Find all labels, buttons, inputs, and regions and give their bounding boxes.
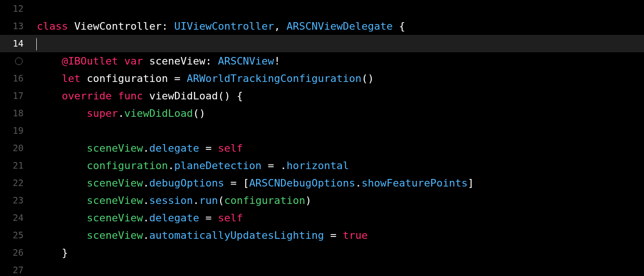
line-number-gutter[interactable]: 12	[0, 0, 30, 17]
code-line[interactable]: 14	[0, 35, 644, 52]
code-token: .	[168, 160, 174, 171]
code-content[interactable]: @IBOutlet var sceneView: ARSCNView!	[30, 52, 281, 70]
code-token: ,	[274, 20, 287, 32]
code-token: (	[218, 195, 224, 206]
code-token: )	[305, 195, 312, 206]
line-number-gutter[interactable]: 24	[0, 209, 30, 227]
code-token: }	[37, 247, 68, 259]
code-token: override	[62, 90, 118, 102]
code-line[interactable]: @IBOutlet var sceneView: ARSCNView!	[0, 52, 644, 70]
code-content[interactable]: let configuration = ARWorldTrackingConfi…	[30, 70, 374, 87]
code-token: delegate	[149, 142, 199, 154]
code-token: var	[124, 55, 149, 67]
code-token: ()	[193, 107, 206, 119]
code-token: sceneView	[87, 229, 143, 241]
code-token	[37, 90, 62, 102]
code-token: configuration	[87, 73, 168, 84]
code-token: .	[143, 212, 149, 224]
line-number-gutter[interactable]: 19	[0, 122, 30, 139]
code-content[interactable]: sceneView.debugOptions = [ARSCNDebugOpti…	[30, 174, 474, 192]
code-line[interactable]: 18 super.viewDidLoad()	[0, 105, 644, 122]
code-content[interactable]: }	[30, 244, 68, 261]
code-content[interactable]: sceneView.automaticallyUpdatesLighting =…	[30, 227, 368, 244]
code-token	[37, 73, 62, 84]
text-cursor-icon	[36, 38, 37, 50]
code-line[interactable]: 25 sceneView.automaticallyUpdatesLightin…	[0, 227, 644, 244]
code-content[interactable]: sceneView.delegate = self	[30, 139, 243, 157]
code-token: let	[62, 73, 87, 84]
breakpoint-circle-icon[interactable]	[15, 57, 23, 65]
code-token: .	[118, 107, 124, 119]
code-line[interactable]: 22 sceneView.debugOptions = [ARSCNDebugO…	[0, 174, 644, 192]
line-number: 13	[13, 17, 24, 35]
code-line[interactable]: 17 override func viewDidLoad() {	[0, 87, 644, 105]
code-editor[interactable]: 1213class ViewController: UIViewControll…	[0, 0, 644, 276]
code-content[interactable]: sceneView.session.run(configuration)	[30, 192, 312, 209]
code-token: .	[193, 195, 199, 206]
line-number: 18	[13, 105, 24, 122]
code-token: sceneView	[87, 142, 143, 154]
line-number: 16	[13, 70, 24, 87]
line-number-gutter[interactable]: 26	[0, 244, 30, 261]
code-line[interactable]: 20 sceneView.delegate = self	[0, 139, 644, 157]
code-token: ()	[362, 73, 374, 84]
code-token: self	[218, 142, 243, 154]
line-number-gutter[interactable]: 21	[0, 157, 30, 174]
code-token: :	[162, 20, 174, 32]
code-content[interactable]	[30, 35, 37, 52]
code-token: =	[199, 142, 218, 154]
code-token: !	[274, 55, 280, 67]
code-token: automaticallyUpdatesLighting	[149, 229, 324, 241]
code-line[interactable]: 12	[0, 0, 644, 17]
code-token: configuration	[87, 160, 168, 171]
code-line[interactable]: 26 }	[0, 244, 644, 261]
line-number-gutter[interactable]: 16	[0, 70, 30, 87]
code-token: @IBOutlet	[62, 55, 124, 67]
code-token: self	[218, 212, 243, 224]
line-number: 26	[13, 244, 24, 261]
code-content[interactable]: configuration.planeDetection = .horizont…	[30, 157, 349, 174]
line-number-gutter[interactable]: 22	[0, 174, 30, 192]
code-token: = .	[262, 160, 287, 171]
line-number-gutter[interactable]: 18	[0, 105, 30, 122]
code-token: planeDetection	[174, 160, 261, 171]
code-line[interactable]: 21 configuration.planeDetection = .horiz…	[0, 157, 644, 174]
code-line[interactable]: 24 sceneView.delegate = self	[0, 209, 644, 227]
code-token: .	[355, 177, 362, 189]
code-line[interactable]: 27	[0, 261, 644, 276]
code-content[interactable]: sceneView.delegate = self	[30, 209, 243, 227]
code-token: ]	[468, 177, 474, 189]
code-token: run	[199, 195, 218, 206]
line-number-gutter[interactable]: 27	[0, 261, 30, 276]
code-token: = [	[224, 177, 249, 189]
code-token	[37, 177, 87, 189]
line-number: 27	[13, 261, 24, 276]
code-token: true	[343, 229, 368, 241]
line-number: 14	[13, 35, 24, 52]
code-token	[37, 212, 87, 224]
line-number-gutter[interactable]	[0, 57, 30, 65]
line-number-gutter[interactable]: 14	[0, 35, 30, 52]
code-line[interactable]: 19	[0, 122, 644, 139]
line-number: 17	[13, 87, 24, 105]
line-number-gutter[interactable]: 13	[0, 17, 30, 35]
line-number-gutter[interactable]: 20	[0, 139, 30, 157]
line-number-gutter[interactable]: 17	[0, 87, 30, 105]
code-content[interactable]: super.viewDidLoad()	[30, 105, 206, 122]
code-token: .	[143, 195, 149, 206]
code-line[interactable]: 16 let configuration = ARWorldTrackingCo…	[0, 70, 644, 87]
code-token	[37, 160, 87, 171]
code-token	[37, 195, 87, 206]
code-content[interactable]: class ViewController: UIViewController, …	[30, 17, 405, 35]
code-line[interactable]: 23 sceneView.session.run(configuration)	[0, 192, 644, 209]
code-token: .	[143, 142, 149, 154]
code-content[interactable]: override func viewDidLoad() {	[30, 87, 243, 105]
line-number: 20	[13, 139, 24, 157]
code-token: :	[206, 55, 218, 67]
code-line[interactable]: 13class ViewController: UIViewController…	[0, 17, 644, 35]
code-token: sceneView	[149, 55, 205, 67]
code-token	[37, 55, 62, 67]
line-number-gutter[interactable]: 25	[0, 227, 30, 244]
code-token: () {	[218, 90, 243, 102]
line-number-gutter[interactable]: 23	[0, 192, 30, 209]
